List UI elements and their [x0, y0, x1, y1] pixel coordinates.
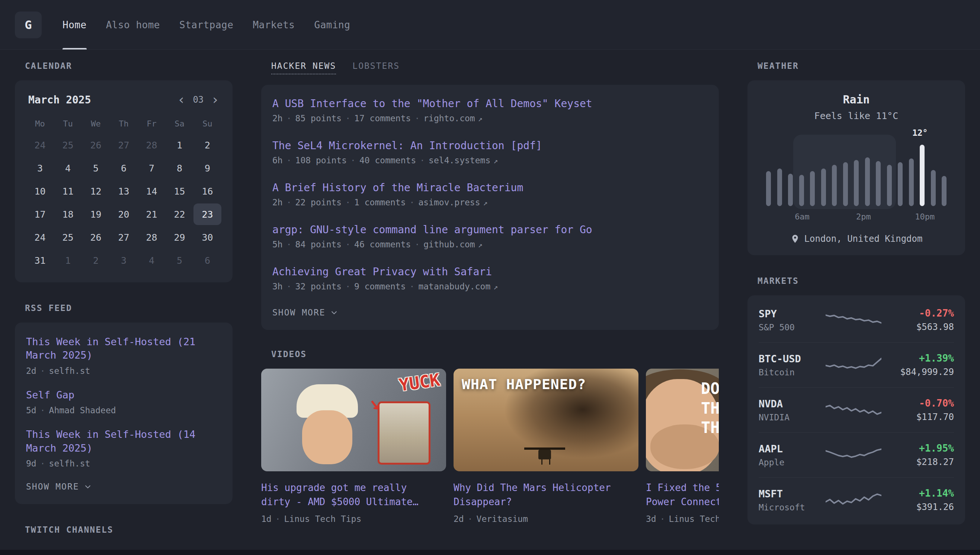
video-thumbnail[interactable]: DO TH TH	[646, 369, 719, 471]
separator-dot: ·	[40, 459, 45, 468]
rss-item-meta: 2d·selfh.st	[26, 366, 221, 376]
calendar-weekday-row: MoTuWeThFrSaSu	[26, 115, 221, 132]
market-ticker: MSFT	[759, 488, 826, 500]
calendar-day-selected: 23	[194, 204, 221, 225]
weather-bar	[843, 162, 848, 206]
thumbnail-overlay-text: YUCK	[398, 370, 441, 395]
calendar-day: 21	[138, 204, 165, 225]
sparkline-chart	[826, 445, 881, 465]
weather-bars: 12°	[766, 144, 946, 206]
news-item-comments: 40 comments	[359, 156, 416, 165]
news-item-title[interactable]: Achieving Great Privacy with Safari	[272, 266, 708, 278]
nav-tab-startpage[interactable]: Startpage	[179, 0, 233, 50]
video-title[interactable]: His upgrade got me really dirty - AMD $5…	[261, 481, 446, 509]
weather-bar	[898, 162, 903, 206]
video-title[interactable]: I Fixed the 5090 Power Connector…	[646, 481, 719, 509]
news-item-title[interactable]: A USB Interface to the "Mother of All De…	[272, 98, 708, 110]
video-title[interactable]: Why Did The Mars Helicopter Disappear?	[454, 481, 638, 509]
calendar-day: 2	[82, 250, 110, 271]
markets-heading: MARKETS	[757, 276, 965, 286]
dusty-filter-shape	[378, 401, 430, 465]
calendar-day: 24	[26, 226, 54, 248]
video-meta: 1d·Linus Tech Tips	[261, 514, 446, 524]
calendar-day: 24	[26, 134, 54, 156]
separator-dot: ·	[345, 239, 350, 249]
weather-time-label: 6am	[795, 212, 810, 221]
separator-dot: ·	[275, 514, 281, 524]
external-link-icon: ↗	[493, 282, 498, 291]
nav-tab-also-home[interactable]: Also home	[106, 0, 160, 50]
weather-bar	[865, 157, 870, 206]
calendar-day: 22	[165, 204, 194, 225]
market-name: Bitcoin	[759, 367, 826, 377]
video-thumbnail[interactable]: WHAT HAPPENED?	[454, 369, 638, 471]
weather-card: Rain Feels like 11°C 12° 6am2pm10pm Lond…	[747, 80, 965, 255]
nav-tab-home[interactable]: Home	[63, 0, 87, 50]
news-item-title[interactable]: The SeL4 Microkernel: An Introduction [p…	[272, 140, 708, 152]
market-row-spy[interactable]: SPYS&P 500-0.27%$563.98	[759, 298, 954, 342]
news-item-title[interactable]: argp: GNU-style command line argument pa…	[272, 223, 708, 236]
calendar-day: 26	[82, 134, 110, 156]
market-values: +1.95%$218.27	[881, 443, 954, 467]
market-price: $391.26	[881, 502, 954, 512]
face-shape	[302, 410, 352, 464]
news-item: A Brief History of the Miracle Bacterium…	[272, 181, 708, 207]
tab-lobsters[interactable]: LOBSTERS	[352, 61, 399, 74]
separator-dot: ·	[40, 406, 45, 415]
news-item-comments: 17 comments	[354, 114, 411, 123]
market-ticker: AAPL	[759, 443, 826, 455]
rss-item: Self Gap5d·Ahmad Shadeed	[26, 388, 221, 415]
news-item-title[interactable]: A Brief History of the Miracle Bacterium	[272, 181, 708, 194]
rss-item-age: 2d	[26, 366, 37, 376]
middle-column: HACKER NEWSLOBSTERS A USB Interface to t…	[261, 61, 719, 545]
market-info: MSFTMicrosoft	[759, 488, 826, 512]
app-logo[interactable]: G	[15, 11, 42, 38]
rss-list: This Week in Self-Hosted (21 March 2025)…	[15, 322, 233, 504]
rss-item-age: 5d	[26, 406, 37, 415]
calendar-card: March 2025 ‹ 03 › MoTuWeThFrSaSu 2425262…	[15, 80, 233, 282]
nav-tab-markets[interactable]: Markets	[253, 0, 295, 50]
weather-bar	[788, 174, 793, 206]
calendar-day: 5	[82, 157, 110, 179]
chevron-left-icon[interactable]: ‹	[178, 93, 186, 106]
weather-bar	[887, 165, 892, 206]
news-show-more-button[interactable]: SHOW MORE	[272, 308, 708, 317]
markets-widget: MARKETS SPYS&P 500-0.27%$563.98BTC-USDBi…	[747, 276, 965, 525]
nav-tab-gaming[interactable]: Gaming	[314, 0, 350, 50]
calendar-widget: CALENDAR March 2025 ‹ 03 › MoTuWeThFrSaS…	[15, 61, 233, 282]
calendar-day: 4	[54, 157, 82, 179]
calendar-day: 1	[165, 134, 194, 156]
rss-item-title[interactable]: This Week in Self-Hosted (14 March 2025)	[26, 428, 221, 455]
calendar-weekday: Su	[194, 115, 221, 132]
news-item-source: asimov.press	[418, 197, 480, 207]
weather-hourly-chart: 12° 6am2pm10pm	[762, 127, 950, 223]
calendar-weekday: Th	[110, 115, 138, 132]
calendar-day: 27	[110, 134, 138, 156]
rss-item-meta: 9d·selfh.st	[26, 459, 221, 468]
rss-widget: RSS FEED This Week in Self-Hosted (21 Ma…	[15, 303, 233, 504]
separator-dot: ·	[287, 156, 292, 165]
external-link-icon: ↗	[478, 240, 483, 249]
video-thumbnail[interactable]: ↘YUCK	[261, 369, 446, 471]
market-name: Microsoft	[759, 502, 826, 512]
markets-list: SPYS&P 500-0.27%$563.98BTC-USDBitcoin+1.…	[747, 295, 965, 525]
rss-show-more-button[interactable]: SHOW MORE	[26, 482, 221, 491]
market-ticker: SPY	[759, 308, 826, 319]
market-info: AAPLApple	[759, 443, 826, 467]
news-item-meta: 6h·108 points·40 comments·sel4.systems↗	[272, 156, 708, 165]
rss-item-title[interactable]: This Week in Self-Hosted (21 March 2025)	[26, 335, 221, 362]
helicopter-shape	[524, 448, 565, 450]
rss-item-title[interactable]: Self Gap	[26, 388, 221, 402]
market-row-msft[interactable]: MSFTMicrosoft+1.14%$391.26	[759, 477, 954, 522]
calendar-weekday: Sa	[165, 115, 194, 132]
market-row-nvda[interactable]: NVDANVIDIA-0.70%$117.70	[759, 387, 954, 432]
news-item-points: 22 points	[295, 197, 342, 207]
market-row-btc-usd[interactable]: BTC-USDBitcoin+1.39%$84,999.29	[759, 342, 954, 387]
market-ticker: BTC-USD	[759, 353, 826, 364]
market-row-aapl[interactable]: AAPLApple+1.95%$218.27	[759, 432, 954, 477]
separator-dot: ·	[287, 114, 292, 123]
tab-hacker-news[interactable]: HACKER NEWS	[271, 61, 336, 74]
thumbnail-overlay-text: WHAT HAPPENED?	[462, 376, 586, 393]
calendar-day: 25	[54, 134, 82, 156]
chevron-right-icon[interactable]: ›	[211, 93, 219, 106]
